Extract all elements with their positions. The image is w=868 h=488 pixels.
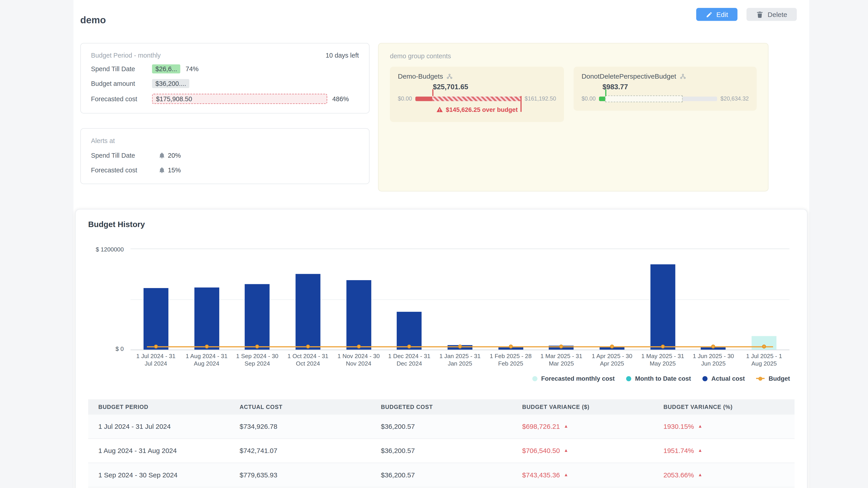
chart-x-label: 1 May 2025 - 31May 2025 [638, 352, 688, 367]
warning-icon [436, 106, 443, 113]
page: demo Edit Delete [0, 0, 868, 488]
legend-label: Budget [769, 375, 790, 382]
budgeted-cost-cell: $36,200.57 [371, 422, 512, 430]
legend-label: Month to Date cost [635, 375, 691, 382]
page-title: demo [80, 15, 106, 26]
group-contents-card: demo group contents Demo-Budgets $25,701… [378, 43, 769, 192]
legend-marker [532, 376, 537, 381]
column-header[interactable]: BUDGET PERIOD [88, 404, 229, 410]
up-triangle-icon: ▲ [564, 472, 568, 477]
delete-button[interactable]: Delete [747, 8, 797, 21]
budget-point [610, 345, 614, 349]
summary-cards: Budget Period - monthly 10 days left Spe… [73, 43, 809, 192]
actual-cost-bar[interactable] [650, 264, 675, 350]
table-row: 1 Jul 2024 - 31 Jul 2024$734,926.78$36,2… [88, 415, 795, 439]
budget-history-card: Budget History $ 1200000 $ 0 1 Jul 2024 … [75, 209, 808, 488]
variance-pct-cell: 2053.66%▲ [653, 471, 795, 479]
alert-forecast-label: Forecasted cost [91, 167, 159, 173]
spend-till-date-pct: 74% [186, 66, 199, 72]
alert-row: Forecasted cost 15% [91, 167, 359, 173]
actual-cost-bar[interactable] [194, 287, 219, 350]
chart-slot [333, 249, 384, 350]
chart-x-label: 1 Jun 2025 - 30Jun 2025 [688, 352, 739, 367]
budget-current-value: $983.77 [602, 83, 749, 91]
y-axis-max-label: $ 1200000 [88, 246, 124, 253]
budget-current-value: $25,701.65 [433, 83, 556, 91]
variance-pct-cell: 1951.74%▲ [653, 447, 795, 455]
actual-cost-bar[interactable] [397, 312, 422, 350]
actual-cost-bar[interactable] [144, 288, 168, 350]
chart-slot [232, 249, 283, 350]
forecasted-cost-pct: 486% [332, 96, 349, 102]
budget-point [762, 345, 766, 349]
budgeted-cost-cell: $36,200.57 [371, 471, 512, 479]
spend-till-date-label: Spend Till Date [91, 66, 152, 72]
budget-period-card: Budget Period - monthly 10 days left Spe… [80, 43, 370, 113]
legend-marker [756, 378, 765, 379]
budget-tile-demo-budgets[interactable]: Demo-Budgets $25,701.65 $0.00 [390, 67, 564, 122]
budget-table-header: BUDGET PERIODACTUAL COSTBUDGETED COSTBUD… [88, 399, 795, 415]
perspective-forecast [605, 95, 683, 102]
column-header[interactable]: BUDGET VARIANCE ($) [512, 404, 653, 410]
legend-item[interactable]: Forecasted monthly cost [532, 375, 615, 382]
perspective-marker [605, 89, 606, 96]
budget-point [711, 345, 715, 349]
chart-slot [131, 249, 181, 350]
budget-progress-bar [415, 96, 522, 101]
legend-item[interactable]: Actual cost [702, 375, 745, 382]
budget-point [508, 345, 513, 349]
bell-icon [159, 152, 165, 159]
edit-button-label: Edit [716, 10, 728, 18]
chart-x-label: 1 Dec 2024 - 31Dec 2024 [384, 352, 435, 367]
period-cell: 1 Jul 2024 - 31 Jul 2024 [88, 422, 229, 430]
actual-cost-cell: $742,741.07 [229, 447, 371, 455]
alert-spend-value: 20% [168, 152, 181, 159]
left-column: Budget Period - monthly 10 days left Spe… [80, 43, 370, 184]
variance-cell: $743,435.36▲ [512, 471, 653, 479]
column-header[interactable]: BUDGETED COST [371, 404, 512, 410]
budget-point [306, 345, 310, 349]
up-triangle-icon: ▲ [698, 472, 703, 477]
budget-name: Demo-Budgets [398, 72, 443, 80]
budget-range-max: $161,192.50 [525, 96, 556, 102]
chart-legend: Forecasted monthly costMonth to Date cos… [88, 375, 795, 383]
budget-amount-row: Budget amount $36,200.... [91, 79, 359, 88]
group-icon [680, 73, 686, 79]
budget-range-max: $20,634.32 [720, 96, 749, 102]
pencil-icon [706, 11, 712, 18]
chart-slot [435, 249, 485, 350]
column-header[interactable]: BUDGET VARIANCE (%) [653, 404, 795, 410]
edit-button[interactable]: Edit [696, 8, 738, 21]
up-triangle-icon: ▲ [564, 424, 568, 429]
budget-history-chart: $ 1200000 $ 0 1 Jul 2024 - 31Jul 20241 A… [88, 233, 795, 370]
budget-tile-perspective[interactable]: DonotDeletePerspectiveBudget $983.77 $0.… [574, 67, 757, 111]
demo-budgets-fill [415, 96, 432, 101]
legend-item[interactable]: Budget [756, 375, 790, 382]
chart-slot [536, 249, 587, 350]
demo-budgets-overrun [432, 96, 522, 101]
column-header[interactable]: ACTUAL COST [229, 404, 371, 410]
budget-range-min: $0.00 [582, 96, 596, 102]
up-triangle-icon: ▲ [564, 448, 568, 453]
budget-point [458, 345, 462, 349]
budget-table-body: 1 Jul 2024 - 31 Jul 2024$734,926.78$36,2… [88, 415, 795, 488]
legend-item[interactable]: Month to Date cost [626, 375, 691, 382]
budget-point [559, 345, 563, 349]
actual-cost-bar[interactable] [296, 274, 320, 350]
page-header: demo Edit Delete [73, 0, 809, 27]
actual-cost-bar[interactable] [245, 284, 270, 350]
budget-point [357, 345, 361, 349]
budget-history-title: Budget History [88, 220, 795, 229]
chart-slot [384, 249, 435, 350]
alert-forecast-value: 15% [168, 167, 181, 173]
chart-x-label: 1 Oct 2024 - 31Oct 2024 [283, 352, 333, 367]
actual-cost-bar[interactable] [346, 280, 371, 350]
variance-cell: $706,540.50▲ [512, 447, 653, 455]
budget-period-header: Budget Period - monthly [91, 52, 161, 59]
legend-label: Actual cost [711, 375, 745, 382]
chart-x-label: 1 Jul 2024 - 31Jul 2024 [131, 352, 181, 367]
actual-cost-cell: $734,926.78 [229, 422, 371, 430]
forecasted-cost-label: Forecasted cost [91, 96, 152, 102]
budget-name: DonotDeletePerspectiveBudget [582, 72, 676, 80]
chart-slot [181, 249, 232, 350]
